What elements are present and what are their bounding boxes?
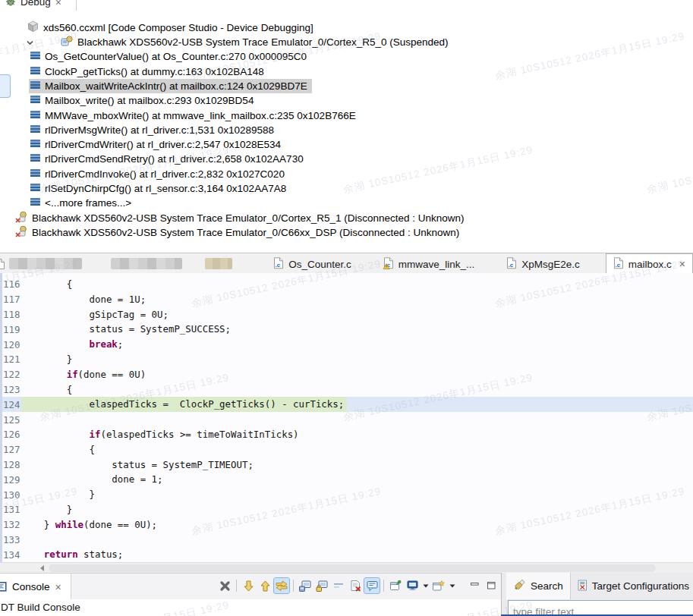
line-number: 132 bbox=[0, 519, 21, 530]
stack-frame-label: rlSetDynChirpCfg() at rl_sensor.c:3,164 … bbox=[45, 183, 286, 194]
stack-frame-icon bbox=[30, 183, 40, 194]
code-line-131: 131 } bbox=[0, 502, 693, 517]
c-file-icon: .c bbox=[613, 257, 624, 272]
code-text: } bbox=[21, 352, 72, 367]
line-number: 122 bbox=[0, 369, 21, 380]
code-text: } while(done == 0U); bbox=[21, 517, 157, 533]
line-number: 119 bbox=[0, 324, 21, 335]
close-icon[interactable]: × bbox=[679, 258, 685, 270]
code-line-116: 116 { bbox=[0, 277, 693, 292]
next-annotation-icon[interactable] bbox=[241, 578, 256, 593]
code-line-128: 128 status = SystemP_TIMEOUT; bbox=[0, 457, 693, 473]
right-view-panel: Search Target Configurations bbox=[501, 573, 693, 616]
svg-text:.c: .c bbox=[276, 261, 281, 268]
code-line-122: 122 if(done == 0U) bbox=[0, 367, 693, 382]
editor-tab-label: mmwave_link_... bbox=[398, 259, 475, 270]
stack-frame-item[interactable]: rlDriverCmdInvoke() at rl_driver.c:2,832… bbox=[29, 167, 289, 181]
stack-frame-item[interactable]: rlDriverMsgWrite() at rl_driver.c:1,531 … bbox=[29, 123, 279, 137]
stack-frame-item[interactable]: Mailbox_write() at mailbox.c:293 0x1029B… bbox=[29, 93, 258, 108]
code-text: status = SystemP_SUCCESS; bbox=[21, 322, 231, 337]
stack-frame-item[interactable]: Os_GetCounterValue() at Os_Counter.c:270… bbox=[29, 49, 311, 64]
prev-annotation-icon[interactable] bbox=[257, 578, 272, 593]
code-text: status = SystemP_TIMEOUT; bbox=[21, 457, 254, 473]
pin-window-icon[interactable] bbox=[388, 578, 403, 593]
stack-frame-icon bbox=[30, 80, 40, 92]
redacted-tab[interactable] bbox=[111, 258, 182, 269]
toolbar-separator bbox=[383, 580, 384, 592]
code-line-123: 123 { bbox=[0, 382, 693, 398]
code-line-130: 130 } bbox=[0, 487, 693, 502]
editor-tab-xpmsge2e-c[interactable]: .cXpMsgE2e.c bbox=[500, 254, 586, 274]
code-text: } bbox=[21, 502, 72, 517]
horizontal-scrollbar[interactable] bbox=[0, 562, 693, 574]
redacted-tab[interactable] bbox=[9, 258, 82, 269]
c-file-icon-warning: .c bbox=[383, 257, 394, 272]
open-console-icon[interactable] bbox=[431, 578, 446, 593]
close-icon[interactable]: × bbox=[55, 583, 61, 591]
line-number: 128 bbox=[0, 459, 21, 470]
dropdown-caret-icon[interactable] bbox=[448, 578, 456, 593]
stack-frame-label: rlDriverCmdInvoke() at rl_driver.c:2,832… bbox=[45, 168, 285, 180]
code-text: { bbox=[21, 277, 72, 292]
line-number: 134 bbox=[0, 549, 21, 561]
editor-tab-os-counter-c[interactable]: .cOs_Counter.c bbox=[267, 254, 358, 274]
stack-frame-label: <...more frames...> bbox=[45, 197, 131, 209]
stack-frame-label: rlDriverCmdSendRetry() at rl_driver.c:2,… bbox=[45, 153, 304, 165]
tab-search[interactable]: Search bbox=[506, 573, 571, 599]
stack-frame-label: ClockP_getTicks() at dummy.c:163 0x102BA… bbox=[45, 66, 264, 77]
stack-frame-icon bbox=[30, 66, 40, 77]
maximize-icon[interactable] bbox=[484, 578, 499, 593]
close-icon[interactable]: × bbox=[55, 0, 61, 6]
debug-core-label: Blackhawk XDS560v2-USB System Trace Emul… bbox=[32, 227, 459, 238]
redacted-tab[interactable] bbox=[205, 258, 232, 269]
stack-frame-item[interactable]: ClockP_getTicks() at dummy.c:163 0x102BA… bbox=[29, 64, 269, 79]
clear-console-icon[interactable] bbox=[348, 578, 363, 593]
pin-console-icon[interactable] bbox=[364, 578, 380, 593]
debug-thread-item[interactable]: Blackhawk XDS560v2-USB System Trace Emul… bbox=[4, 35, 449, 49]
svg-text:.c: .c bbox=[615, 261, 620, 268]
code-text: if(done == 0U) bbox=[21, 367, 146, 382]
debug-core-item[interactable]: Blackhawk XDS560v2-USB System Trace Emul… bbox=[15, 211, 465, 225]
filter-input[interactable] bbox=[508, 600, 693, 616]
code-line-118: 118 gSipcTag = 0U; bbox=[0, 307, 693, 322]
stack-frame-item[interactable]: <...more frames...> bbox=[29, 196, 136, 210]
line-number: 123 bbox=[0, 384, 21, 395]
scrollbar-thumb[interactable] bbox=[49, 564, 656, 572]
stack-frame-item[interactable]: rlDriverCmdWriter() at rl_driver.c:2,547… bbox=[29, 137, 285, 152]
code-line-124: 124 elaspedTicks = ClockP_getTicks() - c… bbox=[0, 397, 693, 412]
debug-core-item[interactable]: Blackhawk XDS560v2-USB System Trace Emul… bbox=[15, 225, 459, 240]
show-console-on-output-icon[interactable] bbox=[298, 578, 313, 593]
swap-console-icon[interactable] bbox=[274, 578, 289, 593]
editor-tab-mailbox-c[interactable]: .cmailbox.c× bbox=[606, 253, 693, 274]
line-number: 125 bbox=[0, 414, 21, 426]
stack-frame-item[interactable]: MMWave_mboxWrite() at mmwave_link_mailbo… bbox=[29, 108, 361, 123]
scroll-lock-icon[interactable] bbox=[314, 578, 329, 593]
code-text: if(elaspedTicks >= timeToWaitInTicks) bbox=[21, 427, 299, 442]
console-status-label: DT Build Console bbox=[1, 602, 80, 613]
stack-frame-item[interactable]: rlDriverCmdSendRetry() at rl_driver.c:2,… bbox=[29, 152, 308, 166]
stack-frame-label: Os_GetCounterValue() at Os_Counter.c:270… bbox=[45, 51, 307, 62]
scroll-left-arrow-icon[interactable] bbox=[40, 565, 44, 571]
stack-frame-icon bbox=[30, 168, 40, 180]
clipped-file-icon bbox=[0, 258, 5, 270]
line-number: 118 bbox=[0, 309, 21, 320]
tab-target-configurations-label: Target Configurations bbox=[592, 580, 689, 592]
stack-frame-item[interactable]: Mailbox_waitWriteAckIntr() at mailbox.c:… bbox=[29, 79, 312, 93]
editor-tab-mmwave-link-[interactable]: .cmmwave_link_... bbox=[377, 254, 481, 274]
code-text: elaspedTicks = ClockP_getTicks() - curTi… bbox=[21, 397, 347, 412]
tab-console[interactable]: Console × bbox=[0, 574, 71, 600]
console-icon bbox=[0, 582, 7, 592]
minimize-icon[interactable] bbox=[467, 578, 482, 593]
display-console-icon[interactable] bbox=[405, 578, 420, 593]
word-wrap-icon[interactable] bbox=[331, 578, 346, 593]
code-line-127: 127 { bbox=[0, 442, 693, 457]
code-editor[interactable]: 116 {117 done = 1U;118 gSipcTag = 0U;119… bbox=[0, 273, 693, 562]
code-text: gSipcTag = 0U; bbox=[21, 307, 169, 322]
code-line-132: 132 } while(done == 0U); bbox=[0, 517, 693, 533]
console-content: DT Build Console bbox=[0, 599, 501, 616]
dropdown-caret-icon[interactable] bbox=[421, 578, 430, 593]
stack-frame-item[interactable]: rlSetDynChirpCfg() at rl_sensor.c:3,164 … bbox=[29, 181, 291, 196]
terminate-icon[interactable] bbox=[217, 578, 232, 593]
stack-frame-icon bbox=[30, 95, 40, 106]
tab-target-configurations[interactable]: Target Configurations bbox=[571, 573, 693, 599]
